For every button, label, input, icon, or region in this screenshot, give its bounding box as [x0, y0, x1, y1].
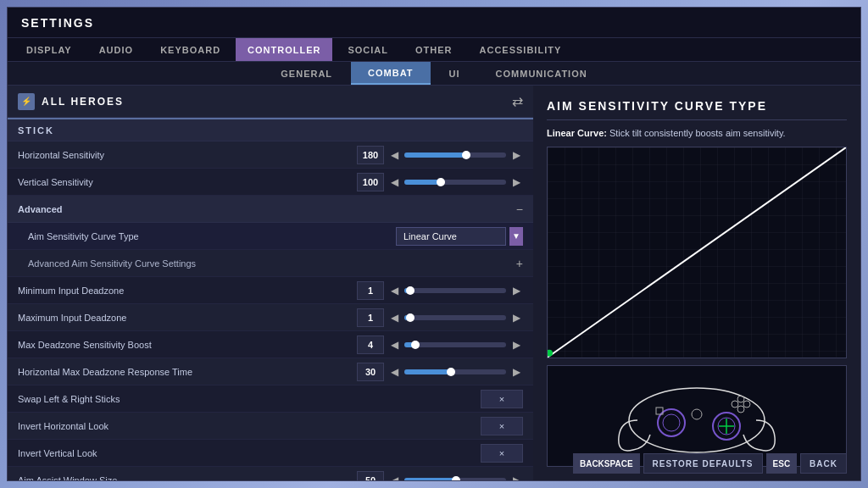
- tab-audio[interactable]: AUDIO: [87, 38, 145, 61]
- back-button[interactable]: BACK: [800, 453, 847, 474]
- hz-deadzone-response-right-arrow[interactable]: ▶: [509, 366, 523, 378]
- aim-description-bold: Linear Curve:: [547, 128, 607, 138]
- esc-key[interactable]: ESC: [766, 453, 798, 474]
- aim-curve-type-dropdown[interactable]: Linear Curve: [396, 227, 506, 246]
- tab-display[interactable]: DISPLAY: [14, 38, 84, 61]
- max-deadzone-left-arrow[interactable]: ◀: [387, 312, 401, 324]
- hero-swap-icon[interactable]: ⇄: [512, 93, 523, 109]
- hz-deadzone-response-slider[interactable]: [404, 369, 506, 374]
- content-area: ⚡ ALL HEROES ⇄ STICK Horizontal Sensitiv…: [8, 86, 860, 480]
- vertical-sensitivity-control: 100 ◀ ▶: [357, 173, 523, 191]
- max-deadzone-label: Maximum Input Deadzone: [18, 313, 357, 323]
- max-deadzone-boost-right-arrow[interactable]: ▶: [509, 339, 523, 351]
- invert-vertical-row: Invert Vertical Look ×: [8, 440, 533, 467]
- aim-assist-window-control: 50 ◀ ▶: [357, 471, 523, 481]
- sub-tab-ui[interactable]: UI: [432, 62, 477, 85]
- sub-tab-general[interactable]: GENERAL: [264, 62, 349, 85]
- stick-label: STICK: [18, 125, 54, 136]
- settings-list: Horizontal Sensitivity 180 ◀ ▶ Vertical …: [8, 141, 533, 480]
- sub-nav: GENERAL COMBAT UI COMMUNICATION: [8, 62, 860, 86]
- controller-display: [547, 365, 847, 467]
- min-deadzone-slider[interactable]: [404, 288, 506, 293]
- max-deadzone-right-arrow[interactable]: ▶: [509, 312, 523, 324]
- advanced-aim-settings-toggle[interactable]: +: [516, 257, 523, 270]
- hero-selector-label: ALL HEROES: [42, 96, 505, 108]
- invert-horizontal-label: Invert Horizontal Look: [18, 421, 481, 431]
- aim-curve-type-label: Aim Sensitivity Curve Type: [28, 231, 396, 241]
- min-deadzone-row: Minimum Input Deadzone 1 ◀ ▶: [8, 277, 533, 304]
- sub-tab-communication[interactable]: COMMUNICATION: [479, 62, 604, 85]
- max-deadzone-slider[interactable]: [404, 315, 506, 320]
- max-deadzone-row: Maximum Input Deadzone 1 ◀ ▶: [8, 304, 533, 331]
- tab-other[interactable]: OTHER: [403, 38, 465, 61]
- left-panel: ⚡ ALL HEROES ⇄ STICK Horizontal Sensitiv…: [8, 86, 533, 480]
- restore-defaults-button[interactable]: RESTORE DEFAULTS: [643, 453, 763, 474]
- svg-point-14: [743, 401, 750, 408]
- svg-point-13: [732, 401, 738, 408]
- min-deadzone-right-arrow[interactable]: ▶: [509, 285, 523, 297]
- advanced-toggle[interactable]: −: [516, 202, 523, 216]
- aim-assist-window-slider[interactable]: [404, 478, 506, 481]
- max-deadzone-boost-row: Max Deadzone Sensitivity Boost 4 ◀ ▶: [8, 331, 533, 358]
- svg-point-5: [663, 414, 680, 431]
- aim-assist-window-right-arrow[interactable]: ▶: [509, 474, 523, 481]
- tab-accessibility[interactable]: ACCESSIBILITY: [468, 38, 574, 61]
- max-deadzone-boost-slider[interactable]: [404, 342, 506, 347]
- title-bar: SETTINGS: [8, 8, 860, 38]
- tab-social[interactable]: SOCIAL: [336, 38, 400, 61]
- hz-deadzone-response-value: 30: [357, 363, 384, 381]
- aim-curve-graph: [547, 147, 847, 358]
- aim-assist-window-label: Aim Assist Window Size: [18, 475, 357, 481]
- hz-deadzone-response-row: Horizontal Max Deadzone Response Time 30…: [8, 358, 533, 385]
- svg-point-10: [692, 409, 702, 419]
- invert-horizontal-toggle[interactable]: ×: [481, 417, 523, 435]
- svg-point-12: [737, 406, 744, 413]
- min-deadzone-left-arrow[interactable]: ◀: [387, 285, 401, 297]
- swap-sticks-toggle[interactable]: ×: [481, 390, 523, 408]
- horizontal-sensitivity-row: Horizontal Sensitivity 180 ◀ ▶: [8, 141, 533, 169]
- swap-sticks-row: Swap Left & Right Sticks ×: [8, 385, 533, 413]
- top-nav: DISPLAY AUDIO KEYBOARD CONTROLLER SOCIAL…: [8, 38, 860, 62]
- invert-vertical-toggle[interactable]: ×: [481, 444, 523, 463]
- svg-point-4: [658, 409, 685, 436]
- stick-section-header: STICK: [8, 118, 533, 141]
- aim-curve-type-dropdown-arrow[interactable]: ▼: [509, 227, 523, 246]
- hz-deadzone-response-left-arrow[interactable]: ◀: [387, 366, 401, 378]
- aim-panel-description: Linear Curve: Stick tilt consistently bo…: [547, 127, 847, 140]
- sub-tab-combat[interactable]: COMBAT: [351, 62, 430, 85]
- horizontal-sensitivity-value: 180: [357, 146, 384, 164]
- tab-keyboard[interactable]: KEYBOARD: [148, 38, 232, 61]
- invert-vertical-label: Invert Vertical Look: [18, 448, 481, 458]
- advanced-aim-settings-label: Advanced Aim Sensitivity Curve Settings: [28, 258, 516, 269]
- vertical-sensitivity-slider[interactable]: [404, 180, 506, 185]
- aim-assist-window-row: Aim Assist Window Size 50 ◀ ▶: [8, 467, 533, 480]
- vertical-sensitivity-right-arrow[interactable]: ▶: [509, 176, 523, 188]
- aim-curve-type-dropdown-container: Linear Curve ▼: [396, 227, 523, 246]
- max-deadzone-boost-value: 4: [357, 336, 384, 354]
- horizontal-sensitivity-right-arrow[interactable]: ▶: [509, 149, 523, 161]
- max-deadzone-value: 1: [357, 308, 384, 327]
- advanced-row[interactable]: Advanced −: [8, 196, 533, 223]
- hero-selector[interactable]: ⚡ ALL HEROES ⇄: [8, 86, 533, 118]
- controller-svg: [604, 374, 790, 458]
- hz-deadzone-response-label: Horizontal Max Deadzone Response Time: [18, 367, 357, 377]
- svg-point-15: [737, 396, 744, 402]
- hero-icon: ⚡: [18, 93, 35, 110]
- horizontal-sensitivity-left-arrow[interactable]: ◀: [387, 149, 401, 161]
- horizontal-sensitivity-slider[interactable]: [404, 152, 506, 158]
- vertical-sensitivity-label: Vertical Sensitivity: [18, 177, 357, 187]
- swap-sticks-label: Swap Left & Right Sticks: [18, 394, 481, 404]
- aim-panel-title: AIM SENSITIVITY CURVE TYPE: [547, 99, 847, 120]
- vertical-sensitivity-left-arrow[interactable]: ◀: [387, 176, 401, 188]
- main-window: SETTINGS DISPLAY AUDIO KEYBOARD CONTROLL…: [7, 7, 861, 481]
- aim-assist-window-value: 50: [357, 471, 384, 481]
- aim-assist-window-left-arrow[interactable]: ◀: [387, 474, 401, 481]
- max-deadzone-boost-control: 4 ◀ ▶: [357, 336, 523, 354]
- window-title: SETTINGS: [21, 16, 94, 30]
- horizontal-sensitivity-control: 180 ◀ ▶: [357, 146, 523, 164]
- min-deadzone-value: 1: [357, 281, 384, 300]
- max-deadzone-boost-left-arrow[interactable]: ◀: [387, 339, 401, 351]
- aim-curve-svg: [548, 147, 846, 358]
- backspace-key[interactable]: BACKSPACE: [573, 453, 640, 474]
- tab-controller[interactable]: CONTROLLER: [236, 38, 332, 61]
